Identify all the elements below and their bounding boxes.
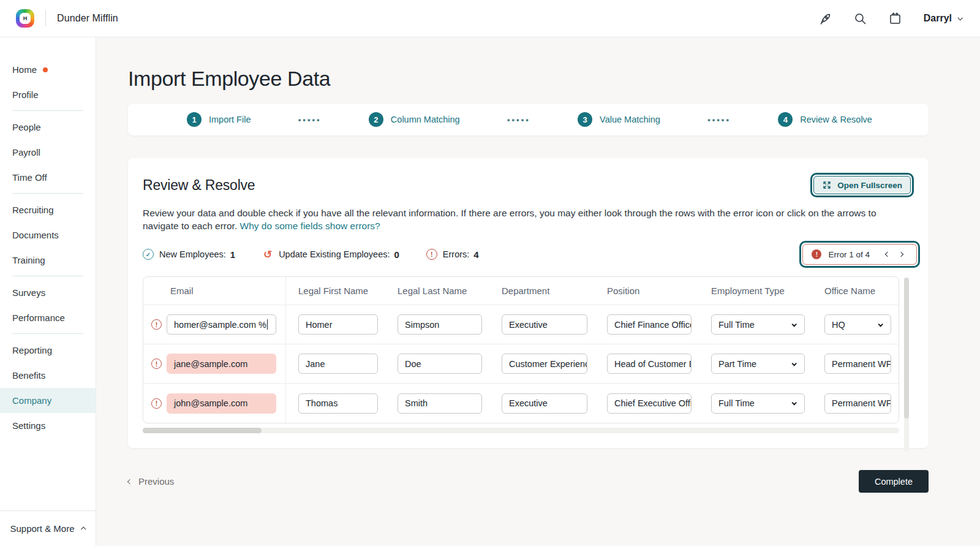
sidebar-item-documents[interactable]: Documents: [0, 222, 96, 248]
header-department: Department: [489, 277, 595, 305]
horizontal-scrollbar-thumb[interactable]: [143, 428, 262, 433]
step-value-matching[interactable]: 3 Value Matching: [578, 112, 660, 127]
step-label: Column Matching: [391, 115, 460, 124]
fullscreen-focus-ring: Open Fullscreen: [810, 173, 914, 197]
fullscreen-expand-icon: [822, 180, 832, 190]
import-stepper: 1 Import File ••••• 2 Column Matching ••…: [128, 104, 929, 135]
office-name-select[interactable]: HQ: [824, 314, 891, 335]
employment-type-select[interactable]: Full Time: [711, 393, 805, 414]
complete-button[interactable]: Complete: [859, 470, 929, 493]
office-name-select[interactable]: Permanent WFH: [824, 393, 891, 414]
sidebar-item-reporting[interactable]: Reporting: [0, 338, 96, 363]
sidebar-item-payroll[interactable]: Payroll: [0, 140, 96, 165]
vertical-scrollbar-thumb[interactable]: [904, 278, 909, 419]
errors-count: 4: [473, 249, 478, 260]
step-column-matching[interactable]: 2 Column Matching: [369, 112, 460, 127]
email-field[interactable]: john@sample.com: [167, 393, 276, 414]
sidebar-item-label: Time Off: [12, 172, 47, 183]
email-field[interactable]: homer@sample.com %: [167, 314, 276, 335]
support-label: Support & More: [10, 523, 74, 534]
header-employment-type: Employment Type: [699, 277, 812, 305]
header-legal-last-name: Legal Last Name: [385, 277, 489, 305]
header-office-name: Office Name: [812, 277, 899, 305]
employment-type-select[interactable]: Part Time: [711, 354, 805, 374]
open-fullscreen-label: Open Fullscreen: [837, 181, 902, 190]
position-field[interactable]: Chief Executive Offic: [607, 393, 692, 414]
step-label: Import File: [209, 115, 251, 124]
company-name: Dunder Mifflin: [57, 13, 118, 24]
chevron-down-icon: [791, 322, 796, 327]
topbar: H Dunder Mifflin Darryl: [0, 0, 980, 37]
rocket-icon[interactable]: [819, 12, 832, 25]
sidebar-item-performance[interactable]: Performance: [0, 305, 96, 330]
employment-type-select[interactable]: Full Time: [711, 314, 805, 335]
user-menu[interactable]: Darryl: [924, 13, 962, 24]
sidebar-item-recruiting[interactable]: Recruiting: [0, 197, 96, 222]
update-existing-count: 0: [394, 249, 399, 260]
sidebar-item-people[interactable]: People: [0, 115, 96, 140]
fields-errors-help-link[interactable]: Why do some fields show errors?: [240, 221, 380, 231]
review-resolve-panel: Review & Resolve Open Fullscreen Review …: [128, 158, 929, 448]
sidebar-item-label: Recruiting: [12, 205, 54, 215]
employee-data-table: Email Legal First Name Legal Last Name D…: [143, 276, 899, 423]
error-nav-focus-ring: ! Error 1 of 4: [799, 241, 920, 268]
legal-last-name-field[interactable]: Smith: [398, 393, 482, 414]
check-circle-icon: ✓: [143, 249, 154, 260]
sidebar-item-label: Documents: [12, 230, 59, 240]
sidebar-item-label: Training: [12, 255, 45, 265]
sidebar-item-company[interactable]: Company: [0, 388, 96, 413]
app-logo-icon[interactable]: H: [16, 9, 34, 28]
sidebar-item-label: Profile: [12, 89, 39, 100]
legal-first-name-field[interactable]: Thomas: [298, 393, 378, 414]
department-field[interactable]: Executive: [502, 314, 587, 335]
undo-icon: ↺: [262, 249, 273, 260]
step-number: 1: [187, 112, 202, 127]
previous-error-button[interactable]: [881, 248, 894, 261]
department-field[interactable]: Customer Experienc: [502, 354, 587, 374]
position-field[interactable]: Head of Customer Ex: [607, 354, 692, 374]
open-fullscreen-button[interactable]: Open Fullscreen: [813, 176, 911, 194]
legal-last-name-field[interactable]: Doe: [398, 354, 482, 374]
error-navigator: ! Error 1 of 4: [802, 244, 917, 265]
sidebar-item-label: Payroll: [12, 147, 40, 157]
user-name: Darryl: [924, 13, 952, 24]
step-separator-dots: •••••: [298, 115, 322, 124]
sidebar-item-profile[interactable]: Profile: [0, 82, 96, 107]
sidebar-item-benefits[interactable]: Benefits: [0, 363, 96, 388]
department-field[interactable]: Executive: [502, 393, 587, 414]
support-and-more-button[interactable]: Support & More: [0, 510, 96, 546]
sidebar-item-time-off[interactable]: Time Off: [0, 165, 96, 190]
office-name-select[interactable]: Permanent WFH: [824, 354, 891, 374]
error-filled-icon: !: [812, 249, 821, 259]
sidebar-item-surveys[interactable]: Surveys: [0, 280, 96, 305]
sidebar-item-label: Company: [12, 395, 51, 406]
step-review-resolve[interactable]: 4 Review & Resolve: [778, 112, 872, 127]
next-error-button[interactable]: [894, 248, 908, 261]
app-logo-letter: H: [20, 13, 31, 24]
topbar-divider: [45, 10, 46, 26]
sidebar-item-home[interactable]: Home: [0, 57, 96, 82]
chevron-down-icon: [791, 361, 796, 366]
step-import-file[interactable]: 1 Import File: [187, 112, 251, 127]
sidebar-item-settings[interactable]: Settings: [0, 413, 96, 438]
search-icon[interactable]: [854, 12, 867, 25]
legal-first-name-field[interactable]: Homer: [298, 314, 378, 335]
legal-last-name-field[interactable]: Simpson: [398, 314, 482, 335]
horizontal-scrollbar[interactable]: [143, 428, 899, 433]
calendar-icon[interactable]: [889, 12, 902, 25]
vertical-scrollbar[interactable]: [904, 278, 909, 452]
position-field[interactable]: Chief Finance Office: [607, 314, 692, 335]
stat-new-employees: ✓ New Employees: 1: [143, 249, 235, 260]
sidebar-item-training[interactable]: Training: [0, 248, 96, 273]
chevron-left-icon: [127, 479, 132, 483]
table-row: ! jane@sample.com Jane Doe Customer Expe…: [143, 344, 899, 384]
sidebar-item-label: Performance: [12, 313, 65, 323]
previous-button[interactable]: Previous: [128, 476, 174, 487]
stat-update-existing: ↺ Update Existing Employees: 0: [262, 249, 399, 260]
legal-first-name-field[interactable]: Jane: [298, 354, 378, 374]
row-error-icon: !: [151, 358, 162, 369]
sidebar-item-label: Surveys: [12, 287, 45, 298]
chevron-down-icon: [791, 400, 796, 405]
step-number: 3: [578, 112, 592, 127]
email-field[interactable]: jane@sample.com: [167, 354, 276, 374]
